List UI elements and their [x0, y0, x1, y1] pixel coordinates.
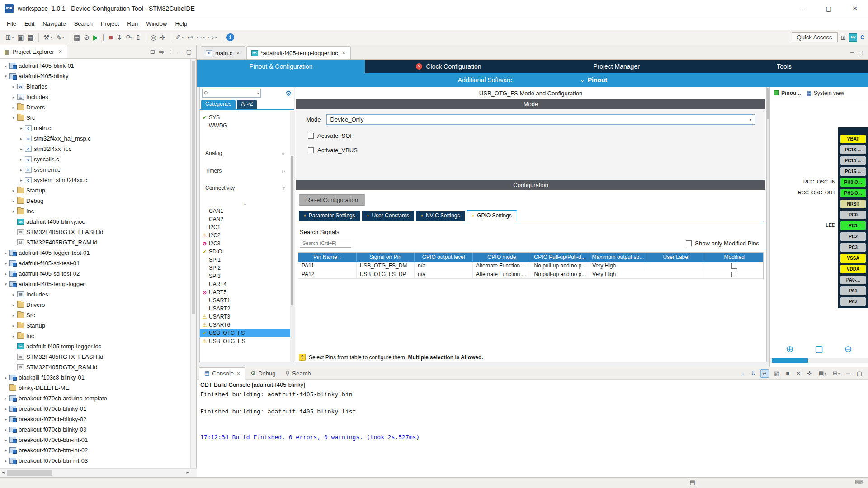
toolbar-build-variant-icon[interactable]: ⚒▾: [42, 32, 53, 43]
table-row[interactable]: PA11USB_OTG_FS_DMn/aAlternate Function .…: [298, 262, 763, 270]
tree-expand-icon[interactable]: ▸: [10, 334, 17, 338]
tree-item-adafruit-f405-blink-01[interactable]: ▸adafruit-f405-blink-01: [0, 61, 190, 71]
column-header-gpio-mode[interactable]: GPIO mode: [473, 253, 531, 262]
tab-project-manager[interactable]: Project Manager: [533, 60, 700, 73]
checkbox-activate-sof[interactable]: [308, 133, 314, 139]
toolbar-code-style-icon[interactable]: ✎▾: [54, 32, 66, 43]
additional-software-button[interactable]: Additional Software: [458, 76, 513, 84]
peripheral-search-combo[interactable]: ⚲ ▾: [202, 89, 261, 98]
peripheral-tab-categories[interactable]: Categories: [201, 100, 236, 109]
toolbar-info-icon[interactable]: ℹ: [225, 32, 236, 43]
peripheral-sys[interactable]: ✔SYS: [200, 113, 290, 122]
quick-access-button[interactable]: Quick Access: [792, 32, 838, 42]
tree-expand-icon[interactable]: ▸: [18, 157, 24, 162]
show-modified-filter[interactable]: Show only Modified Pins: [686, 240, 759, 247]
toolbar-skip-breakpoints-icon[interactable]: ⊘: [82, 32, 91, 43]
tree-expand-icon[interactable]: ▸: [10, 105, 17, 110]
menu-item-project[interactable]: Project: [97, 19, 123, 29]
view-menu-icon[interactable]: ⋮: [168, 48, 174, 55]
peripheral-section-analog[interactable]: Analog▹: [200, 148, 290, 159]
close-icon[interactable]: ✕: [58, 49, 62, 55]
tree-expand-icon[interactable]: ▾: [10, 116, 17, 120]
tree-item-breakout-f070cb-btn-int-02[interactable]: ▸breakout-f070cb-btn-int-02: [0, 445, 190, 455]
tree-expand-icon[interactable]: ▸: [18, 126, 24, 131]
menu-item-navigate[interactable]: Navigate: [38, 19, 70, 29]
peripheral-usart2[interactable]: USART2: [200, 305, 290, 313]
fit-view-icon[interactable]: ▢: [815, 343, 823, 354]
peripheral-usb-otg-hs[interactable]: ⚠USB_OTG_HS: [200, 337, 290, 345]
peripheral-tab-a-z[interactable]: A->Z: [237, 100, 257, 109]
tree-expand-icon[interactable]: ▾: [3, 282, 9, 286]
column-header-maximum-output-sp[interactable]: Maximum output sp...: [589, 253, 647, 262]
column-header-pin-name[interactable]: Pin Name↕: [298, 253, 357, 262]
tree-item-adafruit-f405-logger-test-01[interactable]: ▸adafruit-f405-logger-test-01: [0, 248, 190, 258]
tree-item-blinky-delete-me[interactable]: blinky-DELETE-ME: [0, 383, 190, 393]
open-perspective-icon[interactable]: ⊞: [841, 34, 846, 41]
toolbar-resume-icon[interactable]: ▶: [92, 32, 100, 43]
toolbar-step-over-icon[interactable]: ↷: [124, 32, 133, 43]
checkbox-activate-vbus[interactable]: [308, 147, 314, 153]
chevron-down-icon[interactable]: ▾: [257, 91, 259, 95]
link-with-editor-icon[interactable]: ⇆: [159, 48, 164, 55]
peripheral-i2c1[interactable]: I2C1: [200, 223, 290, 231]
peripheral-can2[interactable]: CAN2: [200, 215, 290, 223]
word-wrap-icon[interactable]: ↵: [760, 369, 769, 378]
column-header-modified[interactable]: Modified: [705, 253, 763, 262]
column-header-gpio-output-level[interactable]: GPIO output level: [415, 253, 473, 262]
open-console-icon[interactable]: ⊞▾: [831, 370, 841, 377]
editor-tab-adafruit-f405-temp-logger-ioc[interactable]: MX*adafruit-f405-temp-logger.ioc✕: [246, 46, 351, 59]
tree-expand-icon[interactable]: ▸: [10, 292, 17, 297]
mode-dropdown[interactable]: Device_Only ▾: [326, 114, 755, 125]
tree-expand-icon[interactable]: ▸: [18, 136, 24, 141]
toolbar-suspend-icon[interactable]: ∥: [100, 32, 107, 43]
toolbar-coverage-icon[interactable]: ✛: [159, 32, 167, 43]
tree-item-breakout-f070cb-btn-int-01[interactable]: ▸breakout-f070cb-btn-int-01: [0, 435, 190, 445]
modified-checkbox[interactable]: [731, 263, 737, 269]
dropdown-caret-icon[interactable]: ▾: [12, 35, 14, 39]
tree-expand-icon[interactable]: ▸: [3, 396, 9, 401]
column-header-signal-on-pin[interactable]: Signal on Pin: [357, 253, 415, 262]
tree-expand-icon[interactable]: ▸: [3, 64, 9, 68]
toolbar-step-return-icon[interactable]: ↥: [134, 32, 142, 43]
zoom-out-icon[interactable]: ⊖: [844, 343, 852, 354]
scrollbar-thumb[interactable]: [772, 358, 808, 363]
cpp-perspective-icon[interactable]: C: [860, 34, 864, 41]
tree-item-breakout-f070cb-blinky-03[interactable]: ▸breakout-f070cb-blinky-03: [0, 424, 190, 435]
tree-item-breakout-f070cb-btn-int-03[interactable]: ▸breakout-f070cb-btn-int-03: [0, 455, 190, 466]
tree-expand-icon[interactable]: ▸: [10, 313, 17, 318]
tree-item-inc[interactable]: ▸Inc: [0, 331, 190, 341]
peripheral-section-timers[interactable]: Timers▹: [200, 165, 290, 176]
tree-item-adafruit-f405-temp-logger[interactable]: ▾adafruit-f405-temp-logger: [0, 279, 190, 289]
tree-expand-icon[interactable]: ▸: [10, 188, 17, 193]
editor-tab-main-c[interactable]: cmain.c✕: [201, 46, 245, 59]
close-button[interactable]: ✕: [842, 0, 868, 17]
tree-expand-icon[interactable]: ▸: [18, 178, 24, 183]
menu-item-edit[interactable]: Edit: [20, 19, 38, 29]
clear-console-icon[interactable]: ▧: [773, 370, 781, 377]
tab-tools[interactable]: Tools: [700, 60, 868, 73]
tree-expand-icon[interactable]: ▸: [10, 303, 17, 307]
maximize-editor-icon[interactable]: ▢: [859, 49, 863, 56]
peripheral-uart4[interactable]: UART4: [200, 280, 290, 288]
tree-item-startup[interactable]: ▸Startup: [0, 320, 190, 331]
scroll-to-end-icon[interactable]: ↓: [740, 370, 746, 377]
dropdown-caret-icon[interactable]: ▾: [838, 371, 840, 375]
column-header-gpio-pull-up-pull-d[interactable]: GPIO Pull-up/Pull-d...: [531, 253, 590, 262]
reset-configuration-button[interactable]: Reset Configuration: [299, 194, 365, 206]
dropdown-caret-icon[interactable]: ▾: [62, 35, 64, 39]
tab-clock-configuration[interactable]: ✕Clock Configuration: [365, 60, 533, 73]
dropdown-caret-icon[interactable]: ▾: [203, 35, 205, 39]
peripheral-scrollbar[interactable]: [290, 111, 294, 362]
tree-expand-icon[interactable]: ▸: [3, 375, 9, 380]
toolbar-save-icon[interactable]: ▣: [16, 32, 25, 43]
tab-search[interactable]: ⚲Search: [281, 367, 316, 380]
peripheral-wwdg[interactable]: WWDG: [200, 122, 290, 130]
peripheral-i2c2[interactable]: ⚠I2C2: [200, 231, 290, 239]
scrollbar-thumb[interactable]: [291, 156, 293, 305]
device-configuration-perspective-icon[interactable]: MX: [849, 33, 857, 42]
modified-checkbox[interactable]: [731, 272, 737, 277]
tree-expand-icon[interactable]: ▸: [3, 417, 9, 422]
tree-item-debug[interactable]: ▸Debug: [0, 196, 190, 206]
close-icon[interactable]: ✕: [342, 50, 346, 56]
peripheral-spi2[interactable]: SPI2: [200, 264, 290, 272]
